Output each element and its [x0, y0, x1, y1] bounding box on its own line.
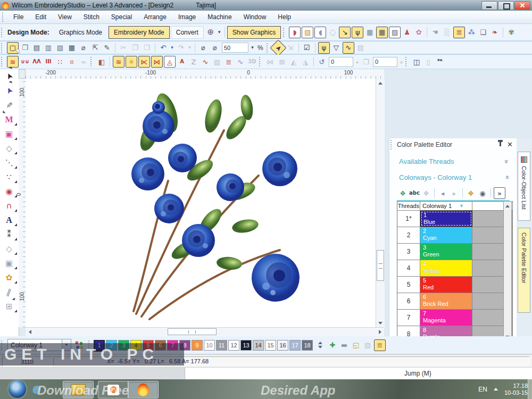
scroll-up-icon[interactable]: [377, 79, 384, 87]
stagger-tool[interactable]: ▣: [1, 256, 17, 270]
buttonhole-tool[interactable]: ⁑: [1, 227, 17, 242]
taskbar-app-design[interactable]: [98, 381, 129, 398]
palette-spinner[interactable]: [318, 342, 322, 348]
rotate-ccw-icon[interactable]: ↺: [317, 56, 327, 67]
menu-arrange[interactable]: Arrange: [138, 12, 172, 22]
fill-half-icon[interactable]: ◧: [96, 56, 107, 67]
satin-fill-icon[interactable]: ◗: [289, 27, 301, 38]
show-grid-icon[interactable]: ▦: [376, 27, 388, 38]
menu-machine[interactable]: Machine: [202, 12, 237, 22]
print-icon[interactable]: ⌀: [78, 43, 89, 53]
tray-expand-icon[interactable]: [494, 388, 498, 390]
satin-stitch-icon[interactable]: ≋: [7, 56, 19, 68]
color-swatch-16[interactable]: 16: [277, 340, 288, 351]
colorway-editor-icon[interactable]: ◫: [411, 56, 422, 67]
table-scroll-up-icon[interactable]: [504, 202, 511, 210]
color-swatch-18[interactable]: 18: [302, 340, 313, 351]
penetrations-icon[interactable]: ↘: [339, 27, 351, 38]
flower-tool-icon[interactable]: ✾: [506, 27, 517, 38]
color-swatch-2[interactable]: 2: [106, 340, 117, 351]
undo-dropdown-icon[interactable]: ▾: [170, 43, 174, 53]
motif-stitch-icon[interactable]: ∷: [55, 56, 65, 67]
closed-shape-tool[interactable]: ◇: [1, 141, 17, 155]
digitize-block-tool[interactable]: ▣: [1, 127, 17, 141]
convert-button[interactable]: Convert: [171, 26, 204, 39]
rows-icon[interactable]: ≣: [223, 56, 234, 67]
fill-bucket-icon[interactable]: ◱: [351, 340, 361, 351]
colorways-section[interactable]: Colorways - Colorway 1: [399, 173, 472, 181]
thread-row[interactable]: 77Magenta: [397, 310, 512, 326]
color-swatch-10[interactable]: 10: [204, 340, 215, 351]
more-options-icon[interactable]: »: [494, 187, 505, 199]
thread-row[interactable]: 1*1Blue: [397, 211, 512, 227]
product-approval-icon[interactable]: ᴾᴬ: [435, 56, 445, 67]
color-swatch-6[interactable]: 6: [155, 340, 166, 351]
save-design-icon[interactable]: ▤: [31, 43, 42, 53]
color-list-icon[interactable]: ≣: [374, 339, 386, 351]
add-color-icon[interactable]: ✚: [327, 340, 338, 351]
feather-left-icon[interactable]: ⋉: [138, 56, 150, 68]
prev-colorway-icon[interactable]: ◂: [437, 188, 448, 198]
menu-help[interactable]: Help: [272, 12, 297, 22]
internet-explorer-icon[interactable]: e: [33, 381, 40, 396]
applique-icon[interactable]: A: [177, 56, 187, 67]
vertical-scrollbar[interactable]: [376, 79, 385, 327]
color-swatch-9[interactable]: 9: [192, 340, 203, 351]
lettering-tool[interactable]: A: [1, 213, 17, 227]
color-swatch-4[interactable]: 4: [130, 340, 142, 351]
show-desktop-button[interactable]: [528, 379, 532, 399]
new-design-icon[interactable]: ▢: [7, 42, 19, 54]
menu-window[interactable]: Window: [238, 12, 272, 22]
thread-row[interactable]: 55Red: [397, 277, 512, 293]
menu-special[interactable]: Special: [105, 12, 138, 22]
design-properties-icon[interactable]: ▥: [43, 43, 54, 53]
lightning-icon[interactable]: Z: [188, 56, 199, 67]
zoom-dropdown-icon[interactable]: ▾: [250, 43, 255, 53]
restore-button[interactable]: [498, 1, 514, 10]
show-graphics-button[interactable]: Show Graphics: [227, 26, 281, 39]
table-scrollbar[interactable]: [503, 201, 512, 342]
design-canvas[interactable]: [26, 79, 376, 327]
gradient-fill-icon[interactable]: ◬: [164, 56, 176, 68]
add-thread-icon[interactable]: ❖: [397, 188, 408, 198]
chevron-down-icon[interactable]: »: [503, 160, 511, 163]
remove-color-icon[interactable]: ▬: [339, 340, 350, 351]
select-object-icon[interactable]: ➤: [270, 39, 286, 56]
thread-colors-icon[interactable]: ❧: [489, 27, 500, 38]
rename-colorway-icon[interactable]: abc: [409, 188, 420, 198]
colorway-colors-icon[interactable]: [74, 340, 84, 350]
liquid-effect-icon[interactable]: ∿: [235, 56, 246, 67]
zoom-icon[interactable]: ⌀: [210, 43, 220, 53]
zoom-box-icon[interactable]: ⌀: [198, 43, 209, 53]
needle-points-icon[interactable]: ψ: [352, 27, 363, 38]
tab-color-object-list[interactable]: Color-Object List: [518, 152, 530, 221]
thread-row[interactable]: 44Yellow: [397, 260, 512, 277]
embroidery-mode-button[interactable]: Embroidery Mode: [109, 26, 170, 39]
tab-color-palette-editor[interactable]: Color Palette Editor: [518, 228, 530, 313]
skew-angle-input[interactable]: [373, 57, 397, 67]
circle-tool[interactable]: ◉: [1, 184, 17, 198]
run-tool[interactable]: ∵: [1, 170, 17, 184]
threads-column-header[interactable]: Threads: [397, 202, 420, 210]
color-swatch-3[interactable]: 3: [118, 340, 129, 351]
tatami-fill-icon[interactable]: ▧: [302, 27, 313, 38]
feather-both-icon[interactable]: ⋈: [151, 56, 163, 68]
column-stitch-icon[interactable]: ΙΙΙ: [43, 56, 54, 67]
color-swatch-13[interactable]: 13: [240, 340, 252, 351]
auto-underlay-icon[interactable]: ☑: [302, 43, 312, 53]
taskbar-app-embroidery[interactable]: [128, 381, 159, 398]
outline-fill-icon[interactable]: ◖: [314, 27, 326, 38]
colorway-column-header[interactable]: Colorway 1: [422, 203, 452, 209]
thread-row[interactable]: 22Cyan: [397, 227, 512, 244]
open-shape-tool[interactable]: ⋱: [1, 155, 17, 170]
stitch-list-icon[interactable]: ≣: [453, 27, 465, 38]
knife-tool[interactable]: ✎: [2, 97, 16, 113]
arc-tool[interactable]: ∩: [1, 198, 17, 213]
scroll-down-icon[interactable]: [377, 319, 384, 327]
match-colors-icon[interactable]: ❖: [466, 188, 476, 198]
pointer-hand-icon[interactable]: ☚: [430, 27, 440, 38]
thread-row[interactable]: 33Green: [397, 244, 512, 260]
dim-graphics-icon[interactable]: ░: [442, 27, 452, 38]
filter-icon[interactable]: ▽: [331, 43, 342, 53]
filter-funnel-icon[interactable]: ▼: [459, 203, 464, 209]
